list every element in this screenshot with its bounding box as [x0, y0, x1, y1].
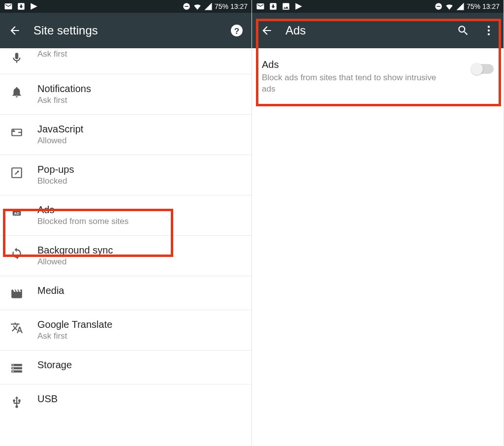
item-subtitle: Blocked	[37, 176, 242, 186]
app-bar-left: Site settings ?	[0, 13, 252, 48]
screen-ads: 75% 13:27 Ads Ads Block ads from sites t…	[252, 0, 504, 446]
item-subtitle: Blocked from some sites	[37, 217, 242, 226]
toggle-title: Ads	[262, 59, 465, 70]
item-title: Notifications	[37, 83, 242, 95]
play-store-icon	[294, 2, 303, 11]
usb-icon	[10, 395, 24, 409]
more-button[interactable]	[482, 24, 496, 37]
list-item-usb[interactable]: USB	[0, 384, 252, 418]
javascript-icon	[10, 126, 24, 139]
list-item-background-sync[interactable]: Background sync Allowed	[0, 236, 252, 276]
download-icon	[269, 2, 278, 11]
svg-rect-1	[185, 6, 189, 7]
status-bar: 75% 13:27	[252, 0, 504, 13]
battery-text: 75%	[215, 2, 228, 10]
battery-text: 75%	[467, 2, 480, 10]
toggle-knob	[471, 63, 483, 75]
popup-icon	[10, 166, 24, 180]
translate-icon	[10, 321, 24, 335]
status-bar: 75% 13:27	[0, 0, 252, 13]
media-icon	[10, 287, 24, 301]
dnd-icon	[182, 2, 191, 11]
signal-icon	[456, 2, 465, 11]
item-subtitle: Allowed	[37, 257, 242, 267]
search-button[interactable]	[456, 24, 470, 37]
svg-text:?: ?	[234, 26, 240, 36]
image-icon	[282, 2, 290, 11]
toggle-subtitle: Block ads from sites that tend to show i…	[262, 72, 449, 95]
list-item-storage[interactable]: Storage	[0, 350, 252, 384]
item-title: Pop-ups	[37, 164, 242, 175]
svg-rect-9	[437, 6, 441, 7]
page-title: Ads	[285, 24, 444, 37]
list-item-translate[interactable]: Google Translate Ask first	[0, 310, 252, 350]
wifi-icon	[445, 2, 454, 11]
list-item-javascript[interactable]: JavaScript Allowed	[0, 115, 252, 155]
list-item-microphone[interactable]: Ask first	[0, 48, 252, 74]
item-title: Background sync	[37, 245, 242, 256]
page-title: Site settings	[33, 24, 218, 37]
time-text: 13:27	[482, 2, 500, 10]
dnd-icon	[434, 2, 443, 11]
item-subtitle: Ask first	[37, 331, 242, 341]
item-subtitle: Ask first	[37, 49, 242, 59]
sync-icon	[10, 247, 24, 260]
ads-toggle-row[interactable]: Ads Block ads from sites that tend to sh…	[252, 48, 504, 105]
item-title: USB	[37, 393, 242, 405]
item-subtitle: Ask first	[37, 96, 242, 105]
svg-point-10	[488, 26, 490, 28]
storage-icon	[10, 361, 24, 375]
mail-icon	[4, 2, 13, 11]
svg-text:AD: AD	[14, 211, 20, 216]
item-title: Ads	[37, 204, 242, 216]
list-item-media[interactable]: Media	[0, 276, 252, 310]
mail-icon	[256, 2, 265, 11]
item-title: JavaScript	[37, 124, 242, 135]
ads-toggle-switch[interactable]	[472, 64, 494, 74]
item-title: Media	[37, 285, 242, 296]
help-button[interactable]: ?	[230, 24, 244, 37]
wifi-icon	[193, 2, 202, 11]
screen-site-settings: 75% 13:27 Site settings ? Ask first No	[0, 0, 252, 446]
download-icon	[17, 2, 26, 11]
svg-point-11	[488, 30, 490, 32]
list-item-popups[interactable]: Pop-ups Blocked	[0, 155, 252, 195]
settings-list: Ask first Notifications Ask first JavaSc…	[0, 48, 252, 418]
item-title: Google Translate	[37, 319, 242, 330]
time-text: 13:27	[230, 2, 248, 10]
back-button[interactable]	[8, 24, 22, 37]
back-button[interactable]	[260, 24, 274, 37]
app-bar-right: Ads	[252, 13, 504, 48]
item-subtitle: Allowed	[37, 136, 242, 146]
svg-point-12	[488, 33, 490, 35]
list-item-notifications[interactable]: Notifications Ask first	[0, 74, 252, 115]
ads-icon: AD	[10, 206, 24, 220]
play-store-icon	[30, 2, 38, 11]
item-title: Storage	[37, 359, 242, 371]
bell-icon	[10, 85, 24, 99]
microphone-icon	[10, 51, 24, 65]
signal-icon	[204, 2, 213, 11]
list-item-ads[interactable]: AD Ads Blocked from some sites	[0, 195, 252, 236]
